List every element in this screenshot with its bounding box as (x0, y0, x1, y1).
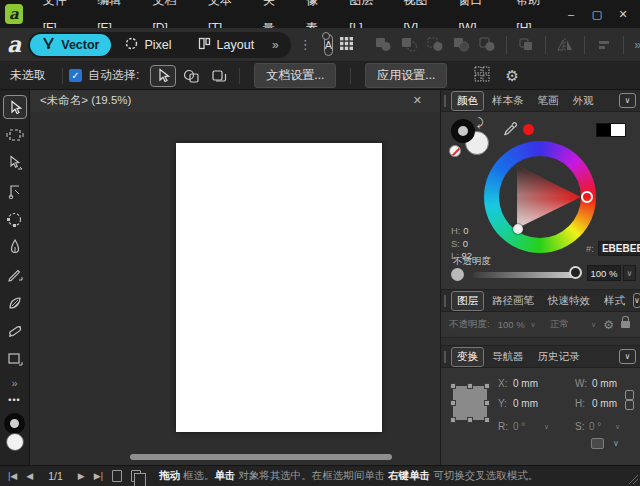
black-half (597, 124, 611, 136)
pen-tool[interactable] (3, 235, 27, 259)
blend-mode-value[interactable]: 正常 (550, 318, 569, 331)
layers-list[interactable] (441, 338, 640, 346)
w-value[interactable]: 0 mm (592, 378, 617, 389)
opacity-slider[interactable] (473, 272, 577, 278)
aspect-link-icon[interactable] (625, 390, 633, 410)
select-mode-layers-button[interactable] (206, 65, 232, 87)
x-value[interactable]: 0 mm (513, 378, 538, 389)
select-mode-shapes-button[interactable] (178, 65, 204, 87)
opacity-dropdown-chevron[interactable]: ∨ (623, 265, 636, 281)
none-swatch[interactable] (449, 145, 461, 157)
document-page[interactable] (176, 143, 382, 432)
transparency-tool[interactable] (3, 291, 27, 315)
lock-icon[interactable] (621, 321, 630, 328)
opacity-slider-handle[interactable] (569, 266, 582, 279)
toolbar-overflow-chevron[interactable]: » (634, 38, 640, 52)
contour-tool[interactable] (3, 179, 27, 203)
artboard-tool[interactable] (3, 123, 27, 147)
layer-opacity-chevron[interactable]: ∨ (531, 321, 536, 329)
customize-tools-dots[interactable]: ••• (8, 395, 20, 405)
persona-vector[interactable]: Vector (30, 34, 111, 56)
persona-overflow-chevron[interactable]: » (268, 38, 283, 52)
minimize-button[interactable]: – (560, 4, 582, 24)
prev-page-button[interactable]: ◀ (26, 471, 33, 481)
tab-quick-fx[interactable]: 快速特效 (542, 291, 596, 311)
horizontal-scrollbar[interactable] (130, 454, 392, 460)
layer-opacity-value[interactable]: 100 % (498, 319, 525, 330)
maximize-button[interactable]: ▢ (586, 4, 608, 24)
opacity-value[interactable]: 100 % (587, 265, 621, 281)
transform-panel-menu-button[interactable]: ∨ (619, 349, 636, 364)
s-dropdown-chevron[interactable]: ∨ (615, 423, 620, 431)
stroke-color-well[interactable] (4, 413, 25, 434)
tab-layers[interactable]: 图层 (451, 291, 484, 311)
node-tool[interactable] (3, 151, 27, 175)
persona-layout[interactable]: Layout (186, 34, 267, 56)
select-mode-cursor-button[interactable] (150, 65, 176, 87)
fill-stroke-wells[interactable] (2, 413, 28, 455)
fill-color-well[interactable] (6, 433, 24, 451)
tab-transform[interactable]: 变换 (451, 347, 484, 367)
close-button[interactable]: ✕ (612, 4, 634, 24)
h-label: H: (451, 225, 461, 236)
triangle-selector[interactable] (513, 224, 523, 234)
hint-text: 框选。 (180, 469, 214, 481)
canvas-viewport[interactable] (30, 112, 440, 465)
tab-history[interactable]: 历史记录 (532, 347, 586, 367)
tab-styles[interactable]: 样式 (598, 291, 631, 311)
color-panel-menu-button[interactable]: ∨ (619, 93, 636, 108)
more-tools-chevron[interactable]: » (11, 377, 17, 389)
pencil-tool[interactable] (3, 263, 27, 287)
h-value[interactable]: 0 mm (592, 398, 617, 409)
y-value[interactable]: 0 mm (513, 398, 538, 409)
swap-colors-icon[interactable]: ⤸ (477, 116, 484, 129)
tab-stroke[interactable]: 笔画 (532, 91, 565, 111)
corner-tool[interactable] (3, 207, 27, 231)
app-settings-button[interactable]: 应用设置... (365, 63, 447, 88)
rectangle-tool[interactable] (3, 347, 27, 371)
transform-origin-icon[interactable] (591, 438, 604, 449)
hue-ring-selector[interactable] (581, 191, 593, 203)
status-bar: |◀ ◀ 1/1 ▶ ▶| 拖动 框选。单击 对象将其选中。在框选期间单击 右键… (0, 465, 640, 486)
toolbar-separator (545, 36, 546, 54)
tab-navigator[interactable]: 导航器 (486, 347, 530, 367)
all-pages-view-icon[interactable] (131, 470, 141, 482)
snapping-grid-button[interactable] (469, 64, 495, 88)
tab-swatches[interactable]: 样本条 (486, 91, 530, 111)
transform-options-chevron[interactable]: ∨ (613, 439, 619, 448)
tab-close-icon[interactable]: ✕ (405, 94, 430, 107)
single-page-view-icon[interactable] (112, 470, 122, 482)
first-page-button[interactable]: |◀ (8, 471, 17, 481)
persona-pixel[interactable]: Pixel (113, 34, 183, 56)
color-wheel[interactable] (484, 141, 596, 253)
r-value[interactable]: 0 ° (513, 421, 525, 432)
document-tab[interactable]: <未命名> (19.5%) ✕ (30, 90, 440, 112)
tab-color[interactable]: 颜色 (451, 91, 484, 111)
layers-panel-menu-button[interactable]: ∨ (633, 293, 640, 308)
anchor-point-selector[interactable] (453, 386, 487, 420)
next-page-button[interactable]: ▶ (78, 471, 85, 481)
tab-path-brushes[interactable]: 路径画笔 (486, 291, 540, 311)
s-value[interactable]: 0 ° (589, 421, 601, 432)
black-white-toggle[interactable] (596, 123, 626, 137)
toolbar-kebab-icon[interactable]: ⋮ (299, 37, 312, 52)
color-triangle[interactable] (499, 156, 581, 238)
grid-options-button[interactable] (339, 33, 354, 57)
blend-mode-chevron[interactable]: ∨ (591, 321, 596, 329)
vector-brush-tool[interactable] (3, 319, 27, 343)
last-page-button[interactable]: ▶| (94, 471, 103, 481)
r-dropdown-chevron[interactable]: ∨ (544, 423, 549, 431)
s-label: S: (451, 238, 460, 249)
move-tool[interactable] (3, 95, 27, 119)
resize-grip[interactable] (628, 474, 638, 484)
layer-settings-gear-icon[interactable]: ⚙ (603, 318, 614, 332)
eyedropper-icon[interactable] (503, 120, 519, 139)
hex-input[interactable]: EBEBEB (598, 241, 640, 256)
artboard-mode-button[interactable]: A (324, 34, 333, 56)
document-tabbar: <未命名> (19.5%) ✕ (30, 90, 440, 112)
auto-select-checkbox[interactable]: ✓ (69, 69, 82, 82)
document-settings-button[interactable]: 文档设置... (254, 63, 336, 88)
stroke-swatch[interactable] (451, 119, 475, 143)
settings-gear-icon[interactable]: ⚙ (505, 67, 518, 85)
tab-appearance[interactable]: 外观 (567, 91, 600, 111)
